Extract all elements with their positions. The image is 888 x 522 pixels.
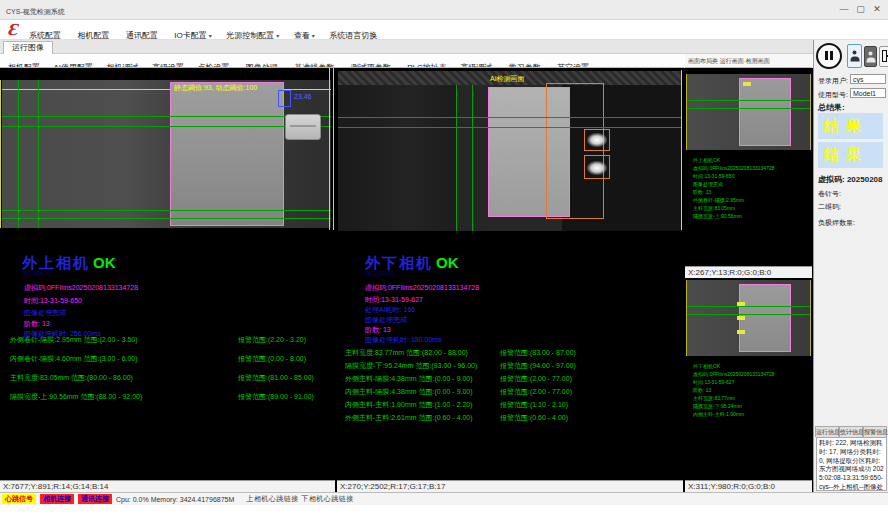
result-badge: 结果 [818,113,883,139]
tab-strip: 运行图像 [0,40,813,54]
green-guide-line [338,117,682,118]
login-user-label: 登录用户: [818,76,848,86]
sidebar: 登录用户: 使用型号: 总结果: 结果 结果 虚拟码: 20250208 卷针号… [813,40,888,492]
green-guide-line [456,85,457,231]
mini-info-line: 外上相机OK [693,156,774,164]
model-field[interactable] [850,88,886,98]
step-text: 阶数: 13 [365,325,391,335]
mini-info-line: 隔膜宽度-上:90.56mm [693,212,774,220]
measurement-row: 隔膜宽度-下:95.24mm 范围:(93.00 - 96.00) 报警范围:(… [345,362,576,369]
ai-detect-box [546,83,604,219]
camera-view-middle: AI检测画面 外下相机OK NG:0;OK:70 虚拟码:0FFIiins202… [337,68,683,492]
user-icon [866,51,875,62]
green-guide-line [2,116,331,117]
close-button[interactable]: ✕ [870,4,884,14]
yellow-guide-line [681,70,682,230]
roi-box [278,90,291,107]
overlay-mark [743,82,751,86]
total-result-label: 总结果: [818,102,845,113]
virtual-code-value: 20250208 [847,175,883,184]
measurement-row: 主料宽度:83.05mm 范围:(80.00 - 86.00) 报警范围:(81… [10,374,314,381]
app-title: CYS-视觉检测系统 [6,7,65,17]
material-region [170,82,284,226]
mini-info-line: 阶数: 13 [693,386,774,394]
measurement-row: 外侧主料-隔膜:4.38mm 范围:(0.00 - 9.00) 报警范围:(2.… [345,375,576,382]
green-guide-line [2,218,331,219]
green-guide-line [2,126,331,127]
toolbar: 相机配置 AI使用配置 相机调试 高级设置 点检设置▾ 图像处理▾ 基准线参数▾… [0,54,684,68]
mini-info-line: 外侧卷针-隔膜:2.95mm [693,196,774,204]
coordinate-bar: X:7677;Y:891;R:14;G:14;B:14 [0,480,335,492]
green-guide-line [18,80,19,228]
green-guide-line [687,108,810,109]
mini-info-line: 时间:13-31-59-650 [693,172,774,180]
exit-button[interactable] [879,46,888,67]
camera-connection-badge: 相机连接 [40,494,74,504]
mini-camera-image[interactable] [686,74,811,150]
heartbeat-status-badge: 心跳信号 [2,494,36,504]
mini-view-bottom: 外下相机OK虚拟码:0FFIiins20250208133134728时间:13… [685,278,812,492]
camera-image-left[interactable]: 23.46 静态阈值:93, 动态阈值:100 [2,80,331,228]
ok-status: OK [93,254,116,271]
green-guide-line [472,85,473,231]
overlay-mark [737,330,745,334]
green-guide-line [2,210,331,211]
app-window: CYS-视觉检测系统 — ▢ ✕ Ɛ 系统配置 相机配置 通讯配置 IO卡配置▾… [0,0,888,522]
time-text: 时间:13-31-59-650 [24,296,82,306]
comm-connection-badge: 通讯连接 [78,494,112,504]
material-region [739,78,791,146]
info-tab[interactable]: 报警信息 [863,426,887,437]
measurement-row: 外侧主料-主料:2.61mm 范围:(0.60 - 4.00) 报警范围:(0.… [345,414,576,421]
mini-info-line: 虚拟码:0FFIiins20250208133134728 [693,370,774,378]
maximize-button[interactable]: ▢ [853,4,867,14]
time-text: 时间:13-31-59-627 [365,295,423,305]
machine-part [338,85,458,231]
green-guide-line [687,306,810,307]
elapsed-text: 图像处理耗时: 180.00ms [365,335,442,345]
minimize-button[interactable]: — [837,4,851,14]
count-sub-label: NG:0;OK:70 [23,270,50,276]
user-icon [850,51,859,62]
layout-selector-bar[interactable]: 画面布局类 运行画面·检测画面 [685,54,812,68]
green-guide-line [687,314,810,315]
camera-image-middle[interactable]: AI检测画面 [338,71,682,231]
login-user-field[interactable] [850,74,886,84]
title-bar: CYS-视觉检测系统 — ▢ ✕ [0,0,888,20]
result-badge: 结果 [818,142,883,168]
roi-value-label: 23.46 [294,93,312,100]
weld-spot [587,133,607,147]
mini-info-line: 外下相机OK [693,362,774,370]
green-guide-line [687,100,810,101]
barcode-text: 虚拟码:0FFIiins20250208133134728 [365,283,479,293]
chevron-down-icon: ▾ [276,33,279,39]
pause-button[interactable] [816,43,842,69]
ai-overlay-text: AI检测画面 [490,74,525,84]
mini-info-line: 图像处理完成 [693,180,774,188]
user-login-button[interactable] [847,44,862,68]
pin-number-label: 卷针号: [818,189,841,199]
qr-code-label: 二维码: [818,202,841,212]
app-logo-icon: Ɛ [7,21,18,39]
yellow-guide-line [333,68,334,230]
info-tab[interactable]: 统计信息 [839,426,863,437]
coordinate-bar: X:270;Y:2502;R:17;G:17;B:17 [337,480,683,492]
mini-info-line: 时间:13-31-59-627 [693,378,774,386]
virtual-code-row: 虚拟码: 20250208 [818,174,883,185]
ai-elapsed-text: 处理AI耗时: 166 [365,305,415,315]
coordinate-bar: X:311;Y:980;R:0;G:0;B:0 [685,480,812,492]
yellow-guide-line [329,68,330,230]
measurement-row: 内侧卷针-隔膜:4.60mm 范围:(3.00 - 6.00) 报警范围:(0.… [10,355,314,362]
chevron-down-icon: ▾ [209,33,212,39]
mini-view-top: 外上相机OK虚拟码:0FFIiins20250208133134728时间:13… [685,68,812,278]
measurement-row: 内侧主料-隔膜:4.38mm 范围:(0.00 - 9.00) 报警范围:(2.… [345,388,576,395]
operator-button[interactable] [864,46,877,67]
mini-camera-image[interactable] [686,280,811,356]
ok-status: OK [436,254,459,271]
overlay-mark [737,316,745,320]
info-tab[interactable]: 运行信息 [815,426,839,437]
measurement-row: 内侧主料-主料:1.90mm 范围:(1.00 - 2.20) 报警范围:(1.… [345,401,576,408]
mini-info-line: 内侧主料-主料:1.90mm [693,410,774,418]
tab-run-image[interactable]: 运行图像 [3,41,53,54]
neg-weld-count-label: 负极焊数量: [818,218,855,228]
count-sub-label: NG:0;OK:70 [366,270,393,276]
